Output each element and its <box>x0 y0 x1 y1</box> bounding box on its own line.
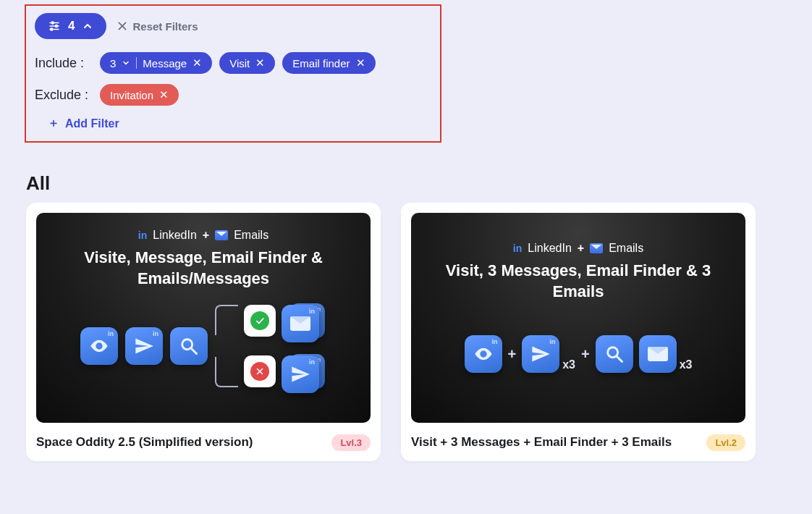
card-thumbnail: in LinkedIn + Emails Visit, 3 Messages, … <box>411 213 745 423</box>
chip-count: 3 <box>110 57 116 69</box>
include-row: Include : 3 Message ✕ Visit ✕ Email find… <box>35 52 431 74</box>
card-footer: Space Oddity 2.5 (Simplified version) Lv… <box>36 434 371 451</box>
level-badge: Lvl.2 <box>706 434 745 451</box>
chip-label: Email finder <box>292 57 350 69</box>
exclude-row: Exclude : Invitation ✕ <box>35 84 431 106</box>
sliders-icon <box>48 20 61 33</box>
filter-count: 4 <box>68 19 75 33</box>
include-chip-visit[interactable]: Visit ✕ <box>219 52 275 74</box>
sequence-icons: in in in in in <box>80 302 326 390</box>
mail-icon <box>590 243 603 253</box>
chip-label: Visit <box>229 57 250 69</box>
sequence-card[interactable]: in LinkedIn + Emails Visit, 3 Messages, … <box>401 203 756 461</box>
include-chip-email-finder[interactable]: Email finder ✕ <box>282 52 375 74</box>
add-filter-button[interactable]: ＋ Add Filter <box>48 116 431 131</box>
reset-filters-button[interactable]: Reset Filters <box>117 20 198 33</box>
send-stack: in in <box>282 353 326 390</box>
exclude-chip-invitation[interactable]: Invitation ✕ <box>100 84 179 106</box>
plus-icon: + <box>581 346 590 363</box>
reset-filters-label: Reset Filters <box>132 20 198 33</box>
channel-emails: Emails <box>609 242 643 255</box>
level-badge: Lvl.3 <box>331 434 371 451</box>
remove-chip-icon[interactable]: ✕ <box>255 56 265 69</box>
include-chip-message[interactable]: 3 Message ✕ <box>100 52 212 74</box>
thumb-title: Visite, Message, Email Finder & Emails/M… <box>36 248 371 289</box>
success-tile <box>244 305 276 337</box>
search-tile <box>170 327 208 365</box>
branch-outcomes: in in in in <box>244 302 326 390</box>
multiplier: x3 <box>562 358 575 373</box>
card-channels: in LinkedIn + Emails <box>138 229 268 242</box>
chip-label: Message <box>143 57 187 69</box>
exclude-label: Exclude : <box>35 88 93 103</box>
thumb-title: Visit, 3 Messages, Email Finder & 3 Emai… <box>411 261 745 302</box>
card-footer: Visit + 3 Messages + Email Finder + 3 Em… <box>411 434 745 451</box>
remove-chip-icon[interactable]: ✕ <box>356 56 365 69</box>
svg-point-5 <box>51 28 53 30</box>
include-label: Include : <box>35 56 93 71</box>
plus-icon: + <box>203 229 209 242</box>
sequence-card[interactable]: in LinkedIn + Emails Visite, Message, Em… <box>26 203 381 461</box>
svg-line-13 <box>617 357 622 362</box>
branch-connector <box>215 302 237 390</box>
plus-icon: ＋ <box>48 116 59 131</box>
chip-label: Invitation <box>110 89 153 101</box>
plus-icon: + <box>508 346 517 363</box>
channel-emails: Emails <box>234 229 268 242</box>
card-title: Visit + 3 Messages + Email Finder + 3 Em… <box>411 434 672 451</box>
svg-line-9 <box>192 349 197 354</box>
linkedin-icon: in <box>138 229 147 241</box>
plus-icon: + <box>578 242 584 255</box>
search-tile <box>596 335 633 373</box>
chip-divider <box>136 57 137 69</box>
send-tile: in <box>522 335 559 373</box>
cards-row: in LinkedIn + Emails Visite, Message, Em… <box>26 203 756 461</box>
filter-panel: 4 Reset Filters Include : 3 Message ✕ Vi… <box>25 4 441 143</box>
channel-linkedin: LinkedIn <box>528 242 572 255</box>
svg-point-3 <box>56 25 58 28</box>
send-tile: in <box>125 327 163 365</box>
card-channels: in LinkedIn + Emails <box>513 242 643 255</box>
filter-top-row: 4 Reset Filters <box>35 13 431 39</box>
card-title: Space Oddity 2.5 (Simplified version) <box>36 434 253 451</box>
chevron-up-icon <box>82 20 93 32</box>
card-thumbnail: in LinkedIn + Emails Visite, Message, Em… <box>36 213 371 423</box>
linkedin-icon: in <box>513 243 522 254</box>
visit-tile: in <box>465 335 502 373</box>
remove-chip-icon[interactable]: ✕ <box>193 56 202 69</box>
section-title: All <box>26 172 50 195</box>
chevron-down-icon <box>122 59 130 67</box>
close-icon <box>117 20 128 32</box>
add-filter-label: Add Filter <box>65 117 119 130</box>
channel-linkedin: LinkedIn <box>153 229 197 242</box>
sequence-icons: in + in x3 + x3 <box>465 335 693 373</box>
visit-tile: in <box>80 327 118 365</box>
multiplier: x3 <box>680 358 693 373</box>
svg-point-1 <box>51 22 54 24</box>
fail-tile <box>244 355 276 387</box>
email-stack: in in <box>282 302 326 340</box>
remove-chip-icon[interactable]: ✕ <box>159 88 169 101</box>
filter-count-button[interactable]: 4 <box>35 13 106 39</box>
mail-icon <box>215 230 228 240</box>
email-tile <box>639 335 677 373</box>
